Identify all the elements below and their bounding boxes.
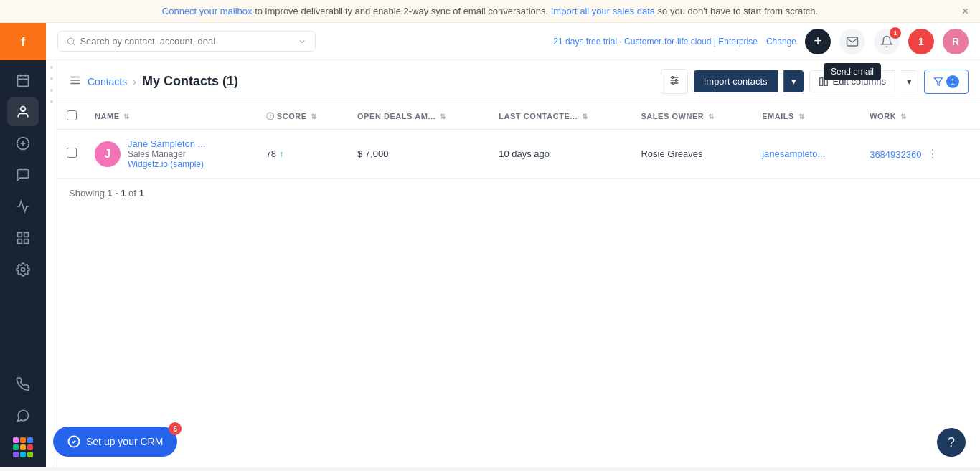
page-content: Contacts › My Contacts (1) Import contac… [57, 60, 980, 467]
sidebar-item-chat[interactable] [7, 401, 39, 430]
sidebar-item-campaigns[interactable] [7, 192, 39, 221]
col-score[interactable]: ⓘ SCORE ⇅ [258, 103, 349, 130]
notifications-badge: 1 [890, 27, 901, 39]
alert-button[interactable]: 1 [908, 29, 934, 54]
col-sales-owner[interactable]: SALES OWNER ⇅ [632, 103, 753, 130]
contacts-table: NAME ⇅ ⓘ SCORE ⇅ OPEN DEALS AM... [57, 103, 980, 179]
row-sales-owner-cell: Rosie Greaves [632, 130, 753, 179]
sidebar-item-phone[interactable] [7, 370, 39, 399]
table-row: J Jane Sampleton ... Sales Manager Widge… [57, 130, 980, 179]
help-button[interactable]: ? [937, 428, 966, 457]
sales-owner-value: Rosie Greaves [641, 148, 702, 159]
score-trend-icon: ↑ [279, 149, 283, 159]
contact-info: Jane Sampleton ... Sales Manager Widgetz… [128, 138, 205, 169]
crm-setup-button[interactable]: Set up your CRM 6 [53, 427, 177, 457]
row-name-cell: J Jane Sampleton ... Sales Manager Widge… [86, 130, 258, 179]
row-more-button[interactable]: ⋮ [924, 144, 941, 163]
chevron-down-icon[interactable] [298, 37, 306, 47]
change-link[interactable]: Change [766, 37, 796, 47]
svg-rect-26 [819, 77, 822, 85]
work-sort-icon: ⇅ [900, 113, 907, 120]
sidebar-item-conversations[interactable] [7, 161, 39, 189]
email-button[interactable] [839, 29, 865, 54]
pagination-bar: Showing 1 - 1 of 1 [57, 179, 980, 207]
row-email-cell: janesampleto... [753, 130, 861, 179]
rail-dot [50, 66, 53, 69]
svg-point-23 [672, 77, 674, 79]
col-emails[interactable]: EMAILS ⇅ [753, 103, 861, 130]
top-banner: Connect your mailbox to improve delivera… [0, 0, 980, 23]
contact-title: Sales Manager [128, 149, 205, 159]
send-email-tooltip: Send email [824, 63, 881, 80]
notifications-button[interactable]: 1 [874, 29, 900, 54]
sidebar-item-calendar[interactable] [7, 66, 39, 95]
breadcrumb-contacts[interactable]: Contacts [88, 76, 127, 87]
banner-text-middle: to improve deliverability and enable 2-w… [255, 6, 551, 16]
search-input[interactable] [80, 36, 293, 47]
edit-columns-dropdown[interactable]: ▾ [901, 70, 918, 92]
import-contacts-button[interactable]: Import contacts [694, 70, 778, 92]
tune-button[interactable] [661, 69, 688, 94]
banner-text-after: so you don't have to start from scratch. [658, 6, 819, 16]
svg-rect-13 [24, 239, 29, 244]
top-nav: 21 days free trial · Customer-for-life c… [46, 23, 980, 60]
sidebar-item-contacts[interactable] [7, 97, 39, 126]
nav-right: 21 days free trial · Customer-for-life c… [553, 29, 969, 54]
sales-owner-sort-icon: ⇅ [708, 113, 715, 120]
banner-import-link[interactable]: Import all your sales data [551, 6, 655, 16]
svg-point-24 [675, 80, 677, 82]
sidebar-logo[interactable]: f [0, 23, 46, 60]
sidebar-item-apps[interactable] [7, 433, 39, 462]
list-view-icon[interactable] [69, 74, 82, 90]
svg-rect-10 [18, 233, 22, 237]
svg-point-14 [22, 268, 25, 272]
select-all-checkbox[interactable] [67, 110, 77, 120]
col-work[interactable]: WORK ⇅ [861, 103, 980, 130]
svg-rect-12 [18, 239, 22, 244]
pagination-text: Showing 1 - 1 of 1 [69, 188, 144, 199]
row-checkbox-cell[interactable] [57, 130, 86, 179]
svg-point-15 [68, 38, 74, 44]
banner-close-button[interactable]: × [962, 5, 969, 18]
svg-point-25 [672, 82, 674, 85]
email-value[interactable]: janesampleto... [762, 148, 825, 159]
svg-text:f: f [21, 36, 25, 48]
trial-text: 21 days free trial · Customer-for-life c… [553, 37, 758, 47]
col-open-deals[interactable]: OPEN DEALS AM... ⇅ [349, 103, 490, 130]
last-contacted-sort-icon: ⇅ [582, 113, 588, 120]
select-all-header[interactable] [57, 103, 86, 130]
contact-avatar: J [95, 141, 121, 167]
name-sort-icon: ⇅ [123, 113, 130, 120]
import-contacts-dropdown[interactable]: ▾ [783, 70, 804, 92]
banner-text: Connect your mailbox to improve delivera… [162, 6, 818, 16]
contact-name[interactable]: Jane Sampleton ... [128, 138, 205, 149]
contact-company[interactable]: Widgetz.io (sample) [128, 159, 205, 169]
emails-sort-icon: ⇅ [798, 113, 805, 120]
sidebar-item-reports[interactable] [7, 224, 39, 252]
pagination-range: 1 - 1 [107, 188, 126, 199]
page-title: My Contacts (1) [142, 74, 238, 89]
phone-value[interactable]: 3684932360 [870, 149, 921, 160]
sidebar-item-deals[interactable] [7, 129, 39, 158]
sidebar-item-settings[interactable] [7, 255, 39, 284]
email-tooltip-container: Send email [839, 29, 865, 54]
check-circle-icon [67, 435, 80, 448]
col-name[interactable]: NAME ⇅ [86, 103, 258, 130]
filter-button[interactable]: 1 [924, 70, 969, 94]
sidebar-nav [0, 60, 46, 364]
row-phone-cell: 3684932360 ⋮ [861, 130, 980, 179]
row-open-deals-cell: $ 7,000 [349, 130, 490, 179]
user-avatar[interactable]: R [943, 29, 969, 54]
col-last-contacted[interactable]: LAST CONTACTE... ⇅ [490, 103, 632, 130]
svg-rect-2 [18, 75, 29, 86]
add-button[interactable]: + [805, 29, 831, 54]
banner-mailbox-link[interactable]: Connect your mailbox [162, 6, 253, 16]
row-checkbox[interactable] [67, 148, 77, 158]
score-info-icon: ⓘ [266, 112, 275, 120]
pagination-total: 1 [139, 188, 144, 199]
left-rail [46, 60, 57, 467]
content-area: Contacts › My Contacts (1) Import contac… [46, 60, 980, 467]
search-box[interactable] [57, 31, 316, 52]
rail-dot [50, 100, 53, 103]
svg-line-16 [73, 43, 75, 44]
